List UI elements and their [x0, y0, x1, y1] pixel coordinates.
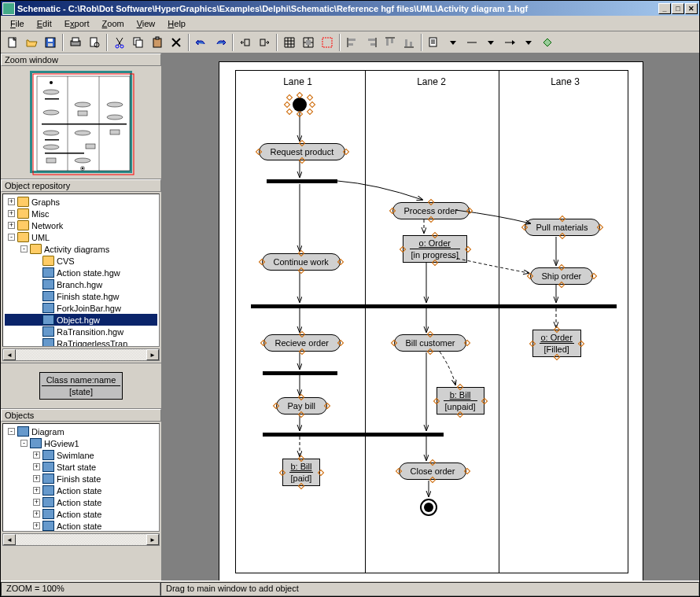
tree-item[interactable]: -HGview1 [5, 437, 157, 449]
fork-bar-1[interactable] [267, 179, 337, 183]
print-preview-button[interactable] [86, 34, 103, 51]
tree-expand-icon[interactable]: - [20, 440, 28, 447]
repository-tree[interactable]: +Graphs+Misc+Network-UML-Activity diagra… [2, 193, 160, 347]
menu-view[interactable]: View [131, 17, 162, 30]
tree-item[interactable]: +Finish state [5, 473, 157, 485]
repo-hscroll[interactable]: ◄ ► [2, 348, 160, 361]
tree-expand-icon[interactable]: + [8, 222, 15, 229]
bill-unpaid-object[interactable]: b: Bill [unpaid] [437, 387, 484, 415]
scroll-left-button[interactable]: ◄ [3, 349, 16, 360]
line-style-button[interactable] [463, 34, 481, 51]
close-button[interactable]: ✕ [685, 3, 698, 14]
scroll-track[interactable] [16, 349, 146, 360]
scroll-right-button[interactable]: ► [146, 349, 159, 360]
delete-button[interactable] [168, 34, 185, 51]
tree-expand-icon[interactable]: + [33, 487, 40, 494]
svg-rect-13 [156, 37, 159, 39]
save-button[interactable] [42, 34, 59, 51]
tree-item[interactable]: Action state.hgw [5, 267, 157, 278]
tree-item[interactable]: CVS [5, 255, 157, 267]
canvas-area[interactable]: Lane 1 Lane 2 Lane 3 Request product Pro… [162, 53, 699, 580]
tree-expand-icon[interactable]: + [33, 522, 40, 529]
preview-name: Class name:name [42, 374, 121, 386]
svg-point-42 [75, 102, 90, 107]
tree-expand-icon[interactable]: + [33, 499, 40, 506]
tree-item[interactable]: ForkJoinBar.hgw [5, 302, 157, 314]
align-left-button[interactable] [344, 34, 361, 51]
folder-icon [17, 208, 29, 219]
tree-item[interactable]: +Start state [5, 461, 157, 473]
join-bar-2[interactable] [263, 433, 444, 437]
tree-expand-icon[interactable]: - [8, 234, 15, 241]
object-preview[interactable]: Class name:name [state] [39, 372, 123, 400]
titlebar[interactable]: Schematic - C:\Rob\Dot Software\HyperGra… [1, 1, 699, 16]
print-button[interactable] [67, 34, 84, 51]
tree-expand-icon[interactable]: - [8, 428, 15, 435]
nudge-right-button[interactable] [256, 34, 273, 51]
menu-edit[interactable]: Edit [31, 17, 58, 30]
tree-item[interactable]: RaTriggerlessTran [5, 337, 157, 347]
tree-item[interactable]: +Action state [5, 496, 157, 508]
tree-item[interactable]: Branch.hgw [5, 278, 157, 290]
nudge-left-button[interactable] [237, 34, 254, 51]
tree-item[interactable]: -Diagram [5, 426, 157, 437]
menu-export[interactable]: Export [58, 17, 96, 30]
paste-button[interactable] [149, 34, 166, 51]
svg-point-8 [116, 45, 119, 48]
menu-file[interactable]: File [4, 17, 31, 30]
snap-button[interactable] [300, 34, 317, 51]
lane-divider-1[interactable] [365, 70, 366, 573]
tree-item[interactable]: -UML [5, 231, 157, 243]
objects-hscroll[interactable]: ◄ ► [2, 533, 160, 546]
final-state[interactable] [420, 499, 437, 516]
align-top-button[interactable] [381, 34, 399, 51]
maximize-button[interactable]: □ [672, 3, 684, 14]
align-bottom-button[interactable] [400, 34, 418, 51]
redo-button[interactable] [212, 34, 229, 51]
tree-expand-icon[interactable]: + [33, 510, 40, 518]
scroll-left-button[interactable]: ◄ [3, 534, 16, 545]
align-right-button[interactable] [363, 34, 380, 51]
layers-button[interactable] [426, 34, 443, 51]
tree-expand-icon[interactable]: - [20, 245, 28, 252]
open-button[interactable] [23, 34, 40, 51]
scroll-right-button[interactable]: ► [146, 534, 159, 545]
menu-help[interactable]: Help [161, 17, 192, 30]
tree-item[interactable]: Finish state.hgw [5, 290, 157, 302]
branch-style-button[interactable] [539, 34, 556, 51]
tree-item[interactable]: -Activity diagrams [5, 243, 157, 255]
fork-bar-2[interactable] [263, 371, 337, 375]
select-button[interactable] [319, 34, 336, 51]
layers-dropdown-button[interactable] [444, 34, 462, 51]
tree-item[interactable]: +Action state [5, 520, 157, 532]
copy-button[interactable] [130, 34, 147, 51]
tree-item[interactable]: +Action state [5, 485, 157, 496]
new-button[interactable] [4, 34, 21, 51]
zoom-thumbnail[interactable] [30, 71, 132, 173]
minimize-button[interactable]: _ [658, 3, 671, 14]
scroll-track[interactable] [16, 534, 146, 545]
undo-button[interactable] [193, 34, 210, 51]
cut-button[interactable] [111, 34, 128, 51]
tree-expand-icon[interactable]: + [33, 451, 40, 459]
tree-expand-icon[interactable]: + [33, 463, 40, 470]
tree-item[interactable]: +Misc [5, 208, 157, 219]
lane-divider-2[interactable] [499, 70, 499, 573]
tree-item[interactable]: Object.hgw [5, 314, 157, 326]
tree-expand-icon[interactable]: + [33, 475, 40, 482]
tree-item[interactable]: RaTransition.hgw [5, 326, 157, 337]
arrow-style-button[interactable] [501, 34, 518, 51]
tree-item[interactable]: +Graphs [5, 196, 157, 208]
diagram-canvas[interactable]: Lane 1 Lane 2 Lane 3 Request product Pro… [219, 61, 643, 580]
arrow-dropdown-button[interactable] [520, 34, 537, 51]
objects-tree[interactable]: -Diagram-HGview1+Swimlane+Start state+Fi… [2, 423, 160, 532]
join-bar-1[interactable] [251, 304, 617, 308]
grid-button[interactable] [281, 34, 298, 51]
line-dropdown-button[interactable] [482, 34, 499, 51]
tree-expand-icon[interactable]: + [8, 210, 15, 217]
tree-item[interactable]: +Network [5, 219, 157, 231]
menu-zoom[interactable]: Zoom [96, 17, 131, 30]
tree-expand-icon[interactable]: + [8, 198, 15, 205]
tree-item[interactable]: +Swimlane [5, 449, 157, 461]
tree-item[interactable]: +Action state [5, 508, 157, 520]
